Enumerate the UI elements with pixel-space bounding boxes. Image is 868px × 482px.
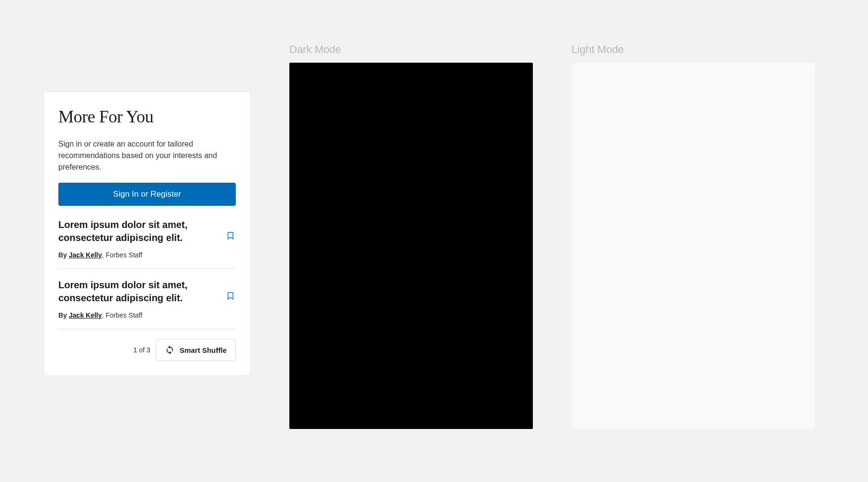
sync-icon bbox=[165, 345, 175, 355]
more-for-you-card: More For You Sign in or create an accoun… bbox=[43, 92, 251, 376]
pager-text: 1 of 3 bbox=[133, 346, 150, 354]
smart-shuffle-button[interactable]: Smart Shuffle bbox=[156, 339, 236, 361]
author-role: , Forbes Staff bbox=[102, 251, 142, 259]
card-description: Sign in or create an account for tailore… bbox=[58, 138, 236, 173]
shuffle-label: Smart Shuffle bbox=[179, 346, 227, 354]
light-mode-label: Light Mode bbox=[571, 43, 815, 56]
light-mode-panel bbox=[571, 63, 815, 429]
article-item: Lorem ipsum dolor sit amet, consectetur … bbox=[58, 218, 236, 269]
by-prefix: By bbox=[58, 311, 69, 319]
article-byline: By Jack Kelly, Forbes Staff bbox=[58, 311, 217, 319]
light-mode-preview-column: Light Mode bbox=[571, 43, 815, 429]
dark-mode-preview-column: Dark Mode bbox=[289, 43, 533, 429]
bookmark-icon[interactable] bbox=[226, 231, 236, 241]
article-author-link[interactable]: Jack Kelly bbox=[69, 311, 102, 319]
card-title: More For You bbox=[58, 107, 236, 127]
bookmark-icon[interactable] bbox=[226, 291, 236, 301]
author-role: , Forbes Staff bbox=[102, 311, 142, 319]
article-byline: By Jack Kelly, Forbes Staff bbox=[58, 251, 217, 259]
sign-in-register-button[interactable]: Sign In or Register bbox=[58, 183, 236, 206]
article-title[interactable]: Lorem ipsum dolor sit amet, consectetur … bbox=[58, 218, 217, 244]
article-title[interactable]: Lorem ipsum dolor sit amet, consectetur … bbox=[58, 279, 217, 305]
dark-mode-label: Dark Mode bbox=[289, 43, 533, 56]
article-item: Lorem ipsum dolor sit amet, consectetur … bbox=[58, 279, 236, 329]
article-author-link[interactable]: Jack Kelly bbox=[69, 251, 102, 259]
card-footer: 1 of 3 Smart Shuffle bbox=[58, 339, 236, 361]
by-prefix: By bbox=[58, 251, 69, 259]
dark-mode-panel bbox=[289, 63, 533, 429]
